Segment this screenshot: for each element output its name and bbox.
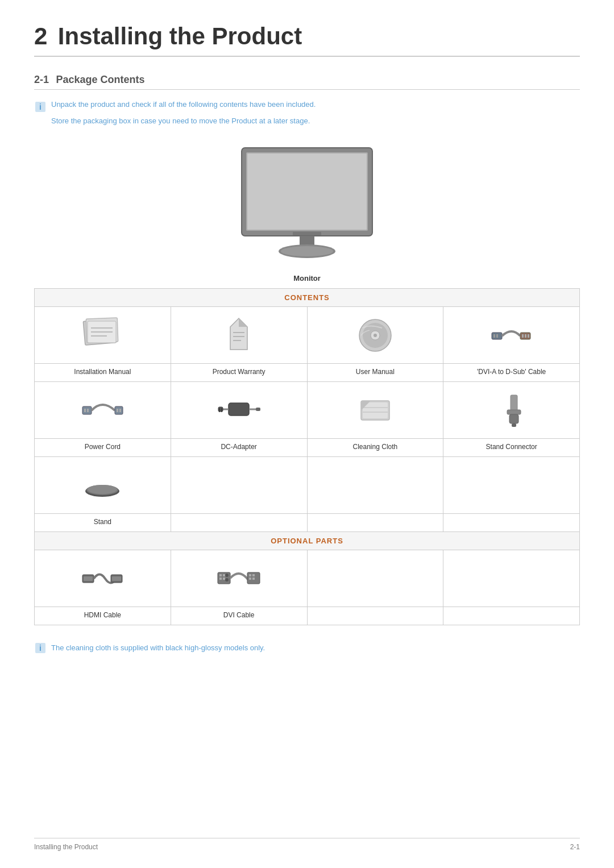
dvi-cable-opt-label: DVI Cable — [171, 607, 307, 625]
svg-rect-64 — [223, 578, 225, 580]
dc-adapter-icon — [216, 391, 262, 430]
footer-note-icon: i — [34, 642, 47, 654]
footer-note: i The cleaning cloth is supplied with bl… — [34, 641, 580, 654]
page-footer: Installing the Product 2-1 — [34, 838, 580, 851]
installation-manual-label: Installation Manual — [35, 364, 171, 382]
svg-rect-59 — [112, 576, 121, 581]
installation-manual-icon — [80, 315, 125, 355]
section-number: 2-1 — [34, 74, 49, 85]
empty-cell-2 — [307, 457, 443, 514]
svg-rect-34 — [115, 406, 123, 414]
cleaning-cloth-img-cell — [307, 382, 443, 439]
optional-empty-1 — [307, 550, 443, 607]
contents-table: CONTENTS — [34, 288, 580, 625]
contents-header-cell: CONTENTS — [35, 289, 580, 307]
stand-img-cell — [35, 457, 171, 514]
cleaning-cloth-icon — [352, 391, 398, 430]
svg-rect-28 — [522, 334, 524, 338]
monitor-area: Monitor — [34, 142, 580, 283]
svg-rect-36 — [119, 409, 121, 412]
svg-rect-41 — [218, 407, 223, 412]
dvi-cable-opt-icon — [216, 559, 262, 599]
svg-text:i: i — [39, 102, 42, 111]
svg-point-8 — [281, 246, 333, 256]
note-icon-1: i — [34, 101, 47, 113]
footer-left: Installing the Product — [34, 843, 98, 851]
power-cord-icon — [80, 391, 125, 430]
svg-rect-4 — [247, 153, 367, 230]
stand-label: Stand — [35, 514, 171, 532]
optional-empty-label-1 — [307, 607, 443, 625]
dvi-cable-opt-img-cell — [171, 550, 307, 607]
monitor-image — [230, 142, 384, 267]
svg-rect-26 — [496, 334, 498, 338]
svg-rect-52 — [512, 423, 516, 427]
section-title: Package Contents — [56, 74, 144, 85]
empty-cell-1 — [171, 457, 307, 514]
svg-point-55 — [88, 485, 117, 494]
svg-rect-61 — [219, 574, 222, 576]
dvi-cable-img-cell — [443, 307, 580, 364]
dc-adapter-label: DC-Adapter — [171, 439, 307, 457]
dvi-sub-cable-label: 'DVI-A to D-Sub' Cable — [443, 364, 580, 382]
svg-rect-30 — [528, 334, 529, 338]
svg-rect-69 — [252, 574, 255, 576]
svg-rect-70 — [249, 578, 251, 580]
contents-row-2-images — [35, 382, 580, 439]
optional-header-cell: OPTIONAL PARTS — [35, 532, 580, 550]
stand-connector-icon — [489, 391, 534, 430]
note-block-1: i Unpack the product and check if all of… — [34, 100, 580, 113]
page-header: 2 Installing the Product — [34, 23, 580, 57]
empty-label-1 — [171, 514, 307, 532]
stand-connector-img-cell — [443, 382, 580, 439]
svg-rect-32 — [84, 409, 86, 412]
svg-point-66 — [225, 578, 229, 582]
contents-row-2-labels: Power Cord DC-Adapter Cleaning Cloth Sta… — [35, 439, 580, 457]
user-manual-icon — [352, 315, 398, 355]
hdmi-cable-img-cell — [35, 550, 171, 607]
contents-row-1-images — [35, 307, 580, 364]
footer-right: 2-1 — [570, 843, 580, 851]
user-manual-label: User Manual — [307, 364, 443, 382]
cleaning-cloth-label: Cleaning Cloth — [307, 439, 443, 457]
dvi-cable-icon — [489, 315, 534, 355]
svg-rect-57 — [84, 576, 93, 581]
user-manual-img-cell — [307, 307, 443, 364]
section-header: 2-1 Package Contents — [34, 74, 580, 90]
svg-rect-62 — [223, 574, 225, 576]
note-text-1: Unpack the product and check if all of t… — [51, 100, 316, 109]
svg-rect-25 — [493, 334, 495, 338]
product-warranty-img-cell — [171, 307, 307, 364]
svg-point-23 — [374, 334, 377, 337]
optional-header-row: OPTIONAL PARTS — [35, 532, 580, 550]
svg-marker-19 — [239, 318, 247, 327]
contents-row-3-images — [35, 457, 580, 514]
svg-rect-71 — [252, 578, 255, 580]
svg-rect-51 — [509, 414, 518, 423]
optional-row-labels: HDMI Cable DVI Cable — [35, 607, 580, 625]
svg-rect-33 — [87, 409, 89, 412]
svg-rect-63 — [219, 578, 222, 580]
power-cord-img-cell — [35, 382, 171, 439]
svg-rect-68 — [249, 574, 251, 576]
product-warranty-label: Product Warranty — [171, 364, 307, 382]
svg-rect-37 — [229, 403, 249, 416]
installation-manual-img-cell — [35, 307, 171, 364]
hdmi-cable-label: HDMI Cable — [35, 607, 171, 625]
svg-rect-35 — [117, 409, 118, 412]
optional-empty-2 — [443, 550, 580, 607]
contents-row-3-labels: Stand — [35, 514, 580, 532]
svg-rect-50 — [507, 410, 521, 414]
svg-rect-29 — [525, 334, 526, 338]
stand-connector-label: Stand Connector — [443, 439, 580, 457]
empty-label-2 — [307, 514, 443, 532]
footer-note-text: The cleaning cloth is supplied with blac… — [51, 643, 265, 652]
empty-cell-3 — [443, 457, 580, 514]
svg-point-65 — [225, 574, 229, 577]
product-warranty-icon — [216, 315, 262, 355]
stand-icon — [80, 466, 125, 505]
monitor-label: Monitor — [34, 274, 580, 283]
empty-label-3 — [443, 514, 580, 532]
svg-rect-39 — [256, 408, 260, 411]
dc-adapter-img-cell — [171, 382, 307, 439]
